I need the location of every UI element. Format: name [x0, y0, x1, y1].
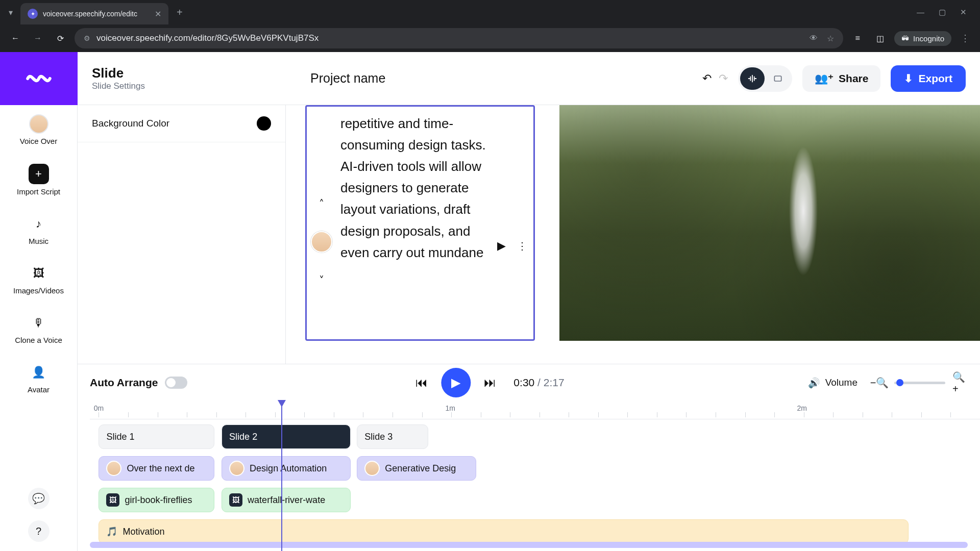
ruler-mark: 2m: [797, 404, 806, 412]
avatar-icon: [106, 461, 121, 476]
clip-slide[interactable]: Slide 2: [222, 424, 351, 449]
clip-label: girl-book-fireflies: [125, 495, 192, 506]
browser-menu-icon[interactable]: ⋮: [958, 33, 973, 44]
clip-media[interactable]: 🖼girl-book-fireflies: [99, 488, 214, 512]
rail-label: Images/Videos: [13, 286, 64, 295]
prev-button[interactable]: ⏮: [415, 375, 428, 390]
svg-rect-0: [774, 76, 781, 81]
zoom-out-button[interactable]: −🔍: [872, 375, 887, 390]
setting-background-color[interactable]: Background Color: [78, 105, 285, 142]
rail-avatar[interactable]: 👤 Avatar: [0, 354, 77, 403]
eye-off-icon[interactable]: 👁: [810, 34, 818, 43]
forward-button[interactable]: →: [30, 30, 46, 46]
clip-label: waterfall-river-wate: [248, 495, 325, 506]
clip-label: Generative Desig: [385, 463, 456, 474]
playhead[interactable]: [281, 401, 282, 551]
close-tab-icon[interactable]: ✕: [155, 9, 161, 19]
preview-frame: [559, 105, 980, 341]
clip-label: Slide 1: [106, 432, 134, 442]
view-toggle: [738, 65, 792, 92]
site-settings-icon[interactable]: ⚙: [84, 34, 90, 42]
clip-slide[interactable]: Slide 1: [99, 424, 214, 449]
rail-label: Voice Over: [20, 137, 57, 145]
move-down-icon[interactable]: ˅: [319, 274, 324, 286]
share-button[interactable]: 👥⁺ Share: [802, 65, 880, 92]
move-up-icon[interactable]: ˄: [319, 197, 324, 210]
rail-voice-over[interactable]: Voice Over: [0, 105, 77, 155]
plus-icon: +: [29, 164, 49, 184]
redo-button[interactable]: ↷: [719, 72, 728, 85]
play-block-icon[interactable]: ▶: [497, 239, 506, 253]
ruler-mark: 0m: [94, 404, 104, 412]
script-block[interactable]: ˄ ˅ repetitive and time-consuming design…: [305, 105, 535, 341]
view-waveform-button[interactable]: [740, 67, 765, 90]
maximize-icon[interactable]: ▢: [939, 8, 946, 17]
rail-music[interactable]: ♪ Music: [0, 205, 77, 255]
music-icon: 🎵: [106, 526, 117, 537]
rail-label: Clone a Voice: [15, 336, 62, 344]
timeline-ruler[interactable]: 0m1m2m: [90, 401, 980, 419]
timecode: 0:30 / 2:17: [513, 377, 564, 389]
avatar-icon: [229, 461, 244, 476]
video-preview[interactable]: [559, 105, 980, 364]
next-button[interactable]: ⏭: [484, 375, 496, 390]
rail-label: Music: [29, 237, 48, 245]
mic-icon: 🎙: [29, 313, 48, 333]
image-icon: 🖼: [106, 493, 119, 507]
play-button[interactable]: ▶: [441, 368, 471, 397]
script-text[interactable]: repetitive and time-consuming design tas…: [338, 111, 491, 263]
reload-button[interactable]: ⟳: [52, 30, 68, 46]
volume-control[interactable]: 🔊 Volume: [808, 377, 857, 389]
setting-label: Background Color: [92, 118, 169, 129]
export-button[interactable]: ⬇ Export: [891, 65, 966, 92]
close-window-icon[interactable]: ✕: [960, 8, 967, 17]
reading-list-icon[interactable]: ≡: [849, 30, 866, 46]
new-tab-button[interactable]: +: [173, 7, 187, 18]
image-icon: 🖼: [229, 493, 242, 507]
side-panel-icon[interactable]: ◫: [872, 30, 888, 46]
voice-avatar-icon[interactable]: [311, 231, 332, 253]
app-logo[interactable]: [0, 52, 78, 105]
chat-button[interactable]: 💬: [28, 488, 50, 509]
color-swatch[interactable]: [257, 116, 271, 131]
rail-import-script[interactable]: + Import Script: [0, 155, 77, 205]
help-button[interactable]: ?: [28, 520, 50, 542]
browser-tab[interactable]: ✦ voiceover.speechify.com/editc ✕: [20, 3, 168, 24]
auto-arrange-toggle[interactable]: [165, 377, 187, 389]
time-total: 2:17: [544, 377, 565, 388]
bookmark-icon[interactable]: ☆: [827, 34, 834, 43]
share-icon: 👥⁺: [815, 72, 834, 85]
time-current: 0:30: [513, 377, 534, 388]
panel-header: Slide Slide Settings: [92, 65, 300, 91]
tab-title: voiceover.speechify.com/editc: [43, 10, 150, 18]
back-button[interactable]: ←: [7, 30, 23, 46]
clip-voice[interactable]: Design Automation: [222, 456, 351, 481]
avatar-icon: [29, 114, 48, 134]
download-icon: ⬇: [904, 72, 913, 85]
clip-slide[interactable]: Slide 3: [357, 424, 428, 449]
clip-music[interactable]: 🎵Motivation: [99, 519, 909, 544]
clip-label: Motivation: [122, 527, 164, 537]
tab-dropdown[interactable]: ▾: [5, 7, 16, 18]
clip-media[interactable]: 🖼waterfall-river-wate: [222, 488, 351, 512]
incognito-badge: 🕶 Incognito: [894, 31, 951, 46]
address-bar[interactable]: ⚙ voiceover.speechify.com/editor/8Gy5WvB…: [75, 28, 843, 48]
block-more-icon[interactable]: ⋮: [517, 240, 527, 252]
export-label: Export: [918, 72, 952, 85]
zoom-in-button[interactable]: 🔍+: [952, 375, 968, 390]
rail-label: Avatar: [28, 385, 50, 394]
favicon-icon: ✦: [28, 9, 38, 19]
minimize-icon[interactable]: —: [917, 8, 924, 17]
clip-voice[interactable]: Generative Desig: [357, 456, 476, 481]
zoom-slider[interactable]: [894, 382, 945, 384]
share-label: Share: [839, 72, 868, 85]
view-slides-button[interactable]: [766, 67, 790, 90]
project-name[interactable]: Project name: [310, 71, 385, 86]
rail-images-videos[interactable]: 🖼 Images/Videos: [0, 255, 77, 304]
clip-voice[interactable]: Over the next de: [99, 456, 214, 481]
rail-clone-voice[interactable]: 🎙 Clone a Voice: [0, 304, 77, 354]
clip-label: Slide 2: [229, 432, 257, 442]
timeline-scrollbar[interactable]: [90, 542, 968, 548]
undo-button[interactable]: ↶: [702, 72, 712, 85]
clip-label: Over the next de: [127, 463, 194, 474]
